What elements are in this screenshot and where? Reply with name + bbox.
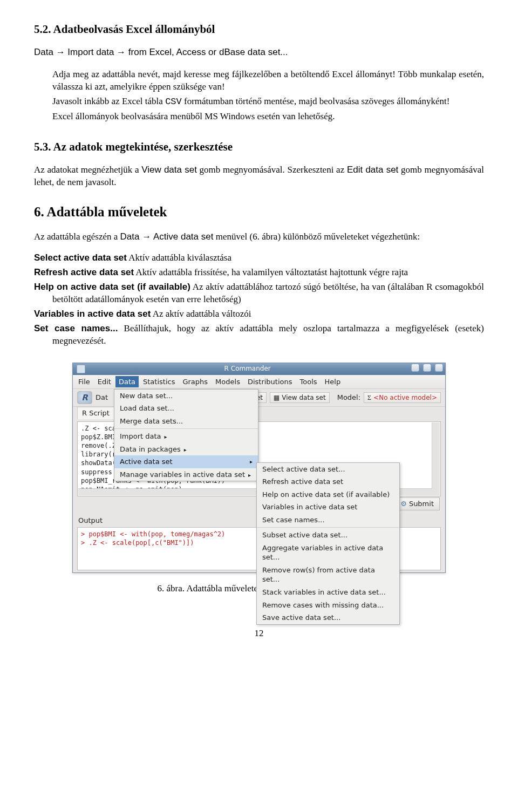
term: Help on active data set (if available) [34,282,190,292]
data-menu-dropdown: New data set... Load data set... Merge d… [114,389,258,482]
submit-button[interactable]: ⚙ Submit [394,497,440,510]
sigma-icon: Σ [367,393,371,402]
gear-icon: ⚙ [400,499,407,509]
txt: menüvel (6. ábra) különböző műveleteket … [213,231,420,242]
submenu-aggregate[interactable]: Aggregate variables in active data set..… [257,542,399,564]
menu-new-data-set[interactable]: New data set... [114,390,258,402]
txt: Az adatokat megnézhetjük a [34,165,141,175]
submenu-variables-active[interactable]: Variables in active data set [257,501,399,514]
menu-help[interactable]: Help [325,377,341,387]
menu-merge-data-sets[interactable]: Merge data sets... [114,415,258,428]
view-data-set-button[interactable]: ▦ View data set [270,392,330,403]
menu-distributions[interactable]: Distributions [248,377,292,387]
titlebar: R Commander [73,363,445,375]
menu-active-data-set[interactable]: Active data set [114,455,258,468]
menu-graphs[interactable]: Graphs [182,377,208,387]
nav-path-5-2: Data → Import data → from Excel, Access … [34,46,484,59]
submenu-set-case-names[interactable]: Set case names... [257,514,399,527]
def-set-case-names: Set case names... Beállíthajuk, hogy az … [34,323,484,347]
term: Set case names... [34,323,118,333]
term: Refresh active data set [34,267,134,277]
def-variables-active: Variables in active data set Az aktív ad… [34,308,484,320]
para-6-1: Az adattábla egészén a Data → Active dat… [34,231,484,243]
menu-statistics[interactable]: Statistics [143,377,175,387]
def-select-active: Select active data set Aktív adattábla k… [34,252,484,264]
menu-manage-variables[interactable]: Manage variables in active data set [114,468,258,481]
r-commander-window: R Commander File Edit Data Statistics Gr… [72,363,446,574]
r-logo-icon: R [77,391,92,404]
window-icon [77,365,85,373]
para-5-2-1: Adja meg az adattábla nevét, majd keress… [52,69,484,93]
desc: Aktív adattábla frissítése, ha valamilye… [134,267,408,277]
desc: Aktív adattábla kiválasztása [127,253,231,263]
para-5-3-1: Az adatokat megnézhetjük a View data set… [34,164,484,189]
label: Active data set [120,457,173,467]
menu-file[interactable]: File [78,377,90,387]
window-title: R Commander [85,364,410,373]
def-help-active: Help on active data set (if available) A… [34,281,484,306]
section-5-3-title: 5.3. Az adatok megtekintése, szerkesztés… [34,139,484,154]
close-icon[interactable] [435,364,443,372]
submenu-remove-missing[interactable]: Remove cases with missing data... [257,599,399,612]
menu-models[interactable]: Models [215,377,240,387]
submenu-stack-vars[interactable]: Stack variables in active data set... [257,586,399,599]
active-data-set-submenu: Select active data set... Refresh active… [256,462,400,625]
submenu-select-active[interactable]: Select active data set... [257,463,399,476]
label: View data set [282,393,325,402]
def-refresh-active: Refresh active data set Aktív adattábla … [34,267,484,279]
model-label: Model: [337,393,360,402]
edit-data-set-label: Edit data set [347,165,398,175]
menu-load-data-set[interactable]: Load data set... [114,402,258,415]
definition-list-6: Select active data set Aktív adattábla k… [34,252,484,347]
submenu-separator [257,527,399,528]
maximize-icon[interactable] [423,364,431,372]
term: Select active data set [34,253,127,263]
figure-6: R Commander File Edit Data Statistics Gr… [34,363,484,596]
txt: Az adattábla egészén a [34,231,120,242]
grid-icon: ▦ [274,393,280,402]
submenu-refresh-active[interactable]: Refresh active data set [257,475,399,488]
menu-import-data[interactable]: Import data [114,430,258,443]
code-csv: CSV [165,97,182,107]
submenu-save-active[interactable]: Save active data set... [257,611,399,624]
toolbar-data-label: Dat [96,393,108,402]
menu-data-in-packages[interactable]: Data in packages [114,443,258,456]
menubar: File Edit Data Statistics Graphs Models … [73,375,445,390]
submenu-remove-rows[interactable]: Remove row(s) from active data set... [257,564,399,586]
menu-path-6: Data → Active data set [120,231,214,242]
section-5-2-title: 5.2. Adatbeolvasás Excel állományból [34,22,484,37]
label: Submit [409,499,434,509]
section-6-title: 6. Adattábla műveletek [34,203,484,221]
view-data-set-label: View data set [141,165,197,175]
para-5-2-2: Javasolt inkább az Excel tábla CSV formá… [52,95,484,108]
caption-text: 6. ábra. Adattábla műveletek: [158,583,268,593]
txt: gomb megnyomásával. Szerkeszteni az [197,165,347,175]
menu-tools[interactable]: Tools [300,377,317,387]
desc: Az aktív adattábla változói [151,309,251,319]
scrollbar-v-icon[interactable] [432,422,440,496]
para-5-2-2a: Javasolt inkább az Excel tábla [52,96,165,106]
menu-edit[interactable]: Edit [98,377,111,387]
menu-data[interactable]: Data [115,376,139,388]
no-active-model: <No active model> [373,393,437,402]
page-number: 12 [34,627,484,640]
model-button[interactable]: Σ <No active model> [364,392,441,403]
menu-separator [114,428,258,429]
submenu-help-active[interactable]: Help on active data set (if available) [257,488,399,501]
para-5-2-3: Excel állományok beolvasására menüből MS… [52,111,484,123]
tab-r-script[interactable]: R Script [77,407,114,419]
para-5-2-2b: formátumban történő mentése, majd beolva… [182,96,450,106]
submenu-subset[interactable]: Subset active data set... [257,529,399,542]
term: Variables in active data set [34,309,151,319]
minimize-icon[interactable] [411,364,419,372]
